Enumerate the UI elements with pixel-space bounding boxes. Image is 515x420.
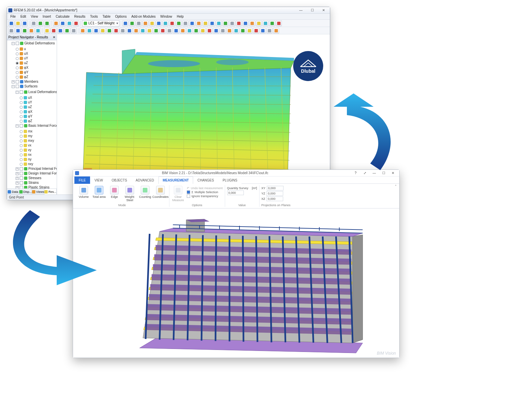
- tb-btn-icon[interactable]: [57, 28, 63, 34]
- tree-item[interactable]: my: [28, 134, 32, 138]
- menu-table[interactable]: Table: [100, 14, 112, 19]
- tree-item[interactable]: mx: [28, 129, 32, 134]
- radio[interactable]: [20, 153, 23, 156]
- ignore-transparency[interactable]: Ignore transparency: [187, 194, 223, 198]
- tb-btn-icon[interactable]: [60, 20, 66, 26]
- menu-insert[interactable]: Insert: [41, 14, 53, 19]
- tree-plastic-strains[interactable]: Plastic Strains: [28, 185, 49, 188]
- tb-btn-icon[interactable]: [106, 28, 112, 34]
- radio[interactable]: [20, 115, 23, 118]
- tb-btn-icon[interactable]: [260, 28, 266, 34]
- tb-btn-icon[interactable]: [173, 28, 179, 34]
- tree-item[interactable]: uX: [24, 51, 28, 56]
- tb-btn-icon[interactable]: [253, 28, 259, 34]
- mode-counting[interactable]: Counting: [138, 185, 152, 198]
- tb-save-icon[interactable]: [22, 20, 28, 26]
- tb-btn-icon[interactable]: [206, 28, 212, 34]
- mode-edge[interactable]: Edge: [108, 185, 121, 198]
- checkbox[interactable]: [20, 90, 23, 94]
- tb-new-icon[interactable]: [8, 20, 14, 26]
- tree-basic-if[interactable]: Basic Internal Forces: [28, 123, 57, 128]
- tab-advanced[interactable]: ADVANCED: [131, 176, 158, 184]
- radio[interactable]: [20, 130, 23, 133]
- checkbox[interactable]: [20, 167, 23, 170]
- undo-measurement[interactable]: ↶Undo last measurement: [187, 186, 223, 190]
- menu-window[interactable]: Window: [158, 14, 174, 19]
- tree-item[interactable]: φY: [28, 114, 32, 119]
- tb-btn-icon[interactable]: [133, 28, 139, 34]
- tree-item[interactable]: vx: [28, 143, 31, 148]
- proj-yz-field[interactable]: 0,000: [267, 191, 283, 196]
- tb-btn-icon[interactable]: [15, 28, 21, 34]
- expand-icon[interactable]: +: [16, 177, 19, 180]
- tab-measurement[interactable]: MEASUREMENT: [158, 176, 193, 184]
- tb-btn-icon[interactable]: [276, 20, 282, 26]
- checkbox[interactable]: [187, 190, 190, 194]
- tree-local-def[interactable]: Local Deformations: [28, 90, 57, 94]
- mode-total-area[interactable]: Total area: [92, 185, 106, 198]
- nav-tab-views[interactable]: Views: [32, 189, 44, 194]
- tb-btn-icon[interactable]: [140, 28, 146, 34]
- tb-btn-icon[interactable]: [129, 20, 135, 26]
- tb-btn-icon[interactable]: [236, 20, 242, 26]
- radio[interactable]: [20, 149, 23, 152]
- tb-btn-icon[interactable]: [149, 20, 155, 26]
- tree-members[interactable]: Members: [24, 79, 38, 84]
- tb-btn-icon[interactable]: [213, 28, 219, 34]
- expand-icon[interactable]: −: [16, 91, 19, 94]
- tb-btn-icon[interactable]: [122, 20, 128, 26]
- expand-icon[interactable]: +: [16, 181, 19, 184]
- menu-options[interactable]: Options: [113, 14, 128, 19]
- tb-btn-icon[interactable]: [263, 20, 269, 26]
- tb-btn-icon[interactable]: [73, 20, 79, 26]
- tb-btn-icon[interactable]: [273, 28, 279, 34]
- loadcase-combo[interactable]: LC1 - Self Weight: [82, 20, 119, 26]
- tb-btn-icon[interactable]: [53, 20, 59, 26]
- radio[interactable]: [20, 106, 23, 109]
- ribbon-collapse-icon[interactable]: ˄: [395, 184, 397, 188]
- proj-xz-field[interactable]: 0,000: [267, 196, 283, 201]
- radio[interactable]: [20, 96, 23, 99]
- tb-btn-icon[interactable]: [233, 28, 239, 34]
- navigator-close-icon[interactable]: ✕: [53, 35, 55, 39]
- tb-btn-icon[interactable]: [189, 20, 195, 26]
- menu-calculate[interactable]: Calculate: [54, 14, 72, 19]
- tb-btn-icon[interactable]: [220, 28, 226, 34]
- tree-item[interactable]: φY: [24, 70, 28, 75]
- tree-surfaces[interactable]: Surfaces: [24, 84, 37, 89]
- menu-help[interactable]: Help: [175, 14, 186, 19]
- radio[interactable]: [16, 66, 19, 69]
- menu-file[interactable]: File: [8, 14, 18, 19]
- tree-item[interactable]: φZ: [28, 119, 32, 123]
- tb-btn-icon[interactable]: [71, 28, 77, 34]
- checkbox[interactable]: [20, 124, 23, 127]
- radio[interactable]: [16, 62, 19, 65]
- tb-btn-icon[interactable]: [136, 20, 142, 26]
- tb-btn-icon[interactable]: [166, 28, 172, 34]
- radio[interactable]: [20, 135, 23, 138]
- checkbox[interactable]: [20, 186, 23, 188]
- radio[interactable]: [20, 110, 23, 113]
- checkbox[interactable]: [16, 80, 19, 83]
- tb-btn-icon[interactable]: [202, 20, 208, 26]
- qty-field[interactable]: 0,000: [227, 190, 244, 195]
- tb-btn-icon[interactable]: [66, 20, 72, 26]
- tb-btn-icon[interactable]: [28, 28, 34, 34]
- tb-btn-icon[interactable]: [120, 28, 126, 34]
- minimize-button[interactable]: —: [296, 8, 306, 13]
- tb-btn-icon[interactable]: [229, 20, 235, 26]
- tb-btn-icon[interactable]: [249, 20, 255, 26]
- checkbox[interactable]: [187, 194, 190, 198]
- tb-btn-icon[interactable]: [182, 20, 188, 26]
- radio[interactable]: [16, 52, 19, 55]
- tb-btn-icon[interactable]: [8, 28, 14, 34]
- close-button[interactable]: ✕: [319, 8, 329, 13]
- expand-icon[interactable]: −: [12, 85, 15, 88]
- tb-btn-icon[interactable]: [162, 20, 168, 26]
- mode-volume[interactable]: Volume: [77, 185, 90, 198]
- tree-item[interactable]: u: [24, 47, 26, 51]
- menu-view[interactable]: View: [29, 14, 40, 19]
- tb-btn-icon[interactable]: [22, 28, 28, 34]
- tab-file[interactable]: FILE: [74, 176, 90, 184]
- proj-xy-field[interactable]: 0,000: [267, 186, 284, 190]
